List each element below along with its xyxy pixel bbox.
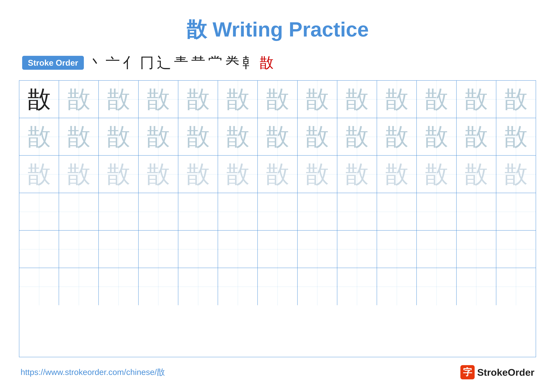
grid-cell-5-3[interactable] bbox=[139, 268, 178, 305]
grid-cell-1-3[interactable]: 㪚 bbox=[139, 118, 178, 155]
grid-cell-3-10[interactable] bbox=[417, 193, 456, 230]
grid-cell-0-9[interactable]: 㪚 bbox=[377, 81, 417, 118]
cell-character: 㪚 bbox=[186, 125, 210, 149]
grid-cell-2-1[interactable]: 㪚 bbox=[59, 156, 99, 193]
grid-cell-0-1[interactable]: 㪚 bbox=[59, 81, 99, 118]
cell-character: 㪚 bbox=[305, 87, 329, 111]
grid-cell-5-9[interactable] bbox=[377, 268, 417, 305]
grid-cell-5-0[interactable] bbox=[19, 268, 59, 305]
grid-cell-2-2[interactable]: 㪚 bbox=[99, 156, 139, 193]
grid-cell-2-8[interactable]: 㪚 bbox=[337, 156, 377, 193]
stroke-order-row: Stroke Order 丶亠亻冂⻌龶龷龸龹龺㪚 bbox=[19, 53, 536, 72]
grid-cell-3-4[interactable] bbox=[178, 193, 218, 230]
grid-cell-1-8[interactable]: 㪚 bbox=[337, 118, 377, 155]
grid-cell-4-9[interactable] bbox=[377, 231, 417, 268]
grid-row-0: 㪚㪚㪚㪚㪚㪚㪚㪚㪚㪚㪚㪚㪚 bbox=[19, 81, 536, 118]
grid-cell-1-7[interactable]: 㪚 bbox=[298, 118, 337, 155]
grid-cell-5-5[interactable] bbox=[218, 268, 258, 305]
grid-cell-3-1[interactable] bbox=[59, 193, 99, 230]
cell-character: 㪚 bbox=[385, 125, 409, 149]
grid-cell-3-3[interactable] bbox=[139, 193, 178, 230]
page: 㪚 Writing Practice Stroke Order 丶亠亻冂⻌龶龷龸… bbox=[0, 0, 555, 392]
cell-character: 㪚 bbox=[27, 87, 51, 111]
grid-cell-5-4[interactable] bbox=[178, 268, 218, 305]
cell-character: 㪚 bbox=[464, 162, 488, 186]
grid-cell-0-2[interactable]: 㪚 bbox=[99, 81, 139, 118]
footer-logo-text: StrokeOrder bbox=[477, 367, 534, 378]
grid-cell-0-8[interactable]: 㪚 bbox=[337, 81, 377, 118]
grid-cell-3-11[interactable] bbox=[457, 193, 496, 230]
grid-cell-2-6[interactable]: 㪚 bbox=[258, 156, 297, 193]
grid-cell-3-0[interactable] bbox=[19, 193, 59, 230]
footer: https://www.strokeorder.com/chinese/㪚 字 … bbox=[19, 365, 536, 379]
grid-cell-2-5[interactable]: 㪚 bbox=[218, 156, 258, 193]
grid-cell-0-0[interactable]: 㪚 bbox=[19, 81, 59, 118]
grid-cell-5-7[interactable] bbox=[298, 268, 337, 305]
grid-cell-4-3[interactable] bbox=[139, 231, 178, 268]
grid-cell-5-12[interactable] bbox=[496, 268, 536, 305]
grid-cell-4-0[interactable] bbox=[19, 231, 59, 268]
grid-cell-0-10[interactable]: 㪚 bbox=[417, 81, 456, 118]
stroke-char-3: 冂 bbox=[140, 53, 154, 72]
cell-character: 㪚 bbox=[67, 162, 91, 186]
cell-character: 㪚 bbox=[345, 125, 369, 149]
grid-cell-5-1[interactable] bbox=[59, 268, 99, 305]
grid-cell-3-8[interactable] bbox=[337, 193, 377, 230]
grid-row-3 bbox=[19, 193, 536, 231]
grid-cell-0-4[interactable]: 㪚 bbox=[178, 81, 218, 118]
grid-cell-4-8[interactable] bbox=[337, 231, 377, 268]
grid-cell-5-11[interactable] bbox=[457, 268, 496, 305]
grid-cell-3-12[interactable] bbox=[496, 193, 536, 230]
grid-cell-2-11[interactable]: 㪚 bbox=[457, 156, 496, 193]
stroke-order-badge: Stroke Order bbox=[22, 56, 84, 70]
grid-cell-3-5[interactable] bbox=[218, 193, 258, 230]
grid-cell-3-6[interactable] bbox=[258, 193, 297, 230]
cell-character: 㪚 bbox=[67, 87, 91, 111]
grid-cell-0-11[interactable]: 㪚 bbox=[457, 81, 496, 118]
grid-cell-2-9[interactable]: 㪚 bbox=[377, 156, 417, 193]
grid-cell-2-0[interactable]: 㪚 bbox=[19, 156, 59, 193]
grid-cell-1-0[interactable]: 㪚 bbox=[19, 118, 59, 155]
footer-url[interactable]: https://www.strokeorder.com/chinese/㪚 bbox=[21, 367, 165, 378]
grid-cell-4-5[interactable] bbox=[218, 231, 258, 268]
grid-cell-4-2[interactable] bbox=[99, 231, 139, 268]
grid-cell-5-2[interactable] bbox=[99, 268, 139, 305]
grid-cell-0-5[interactable]: 㪚 bbox=[218, 81, 258, 118]
grid-cell-0-12[interactable]: 㪚 bbox=[496, 81, 536, 118]
grid-cell-5-6[interactable] bbox=[258, 268, 297, 305]
grid-cell-1-4[interactable]: 㪚 bbox=[178, 118, 218, 155]
cell-character: 㪚 bbox=[27, 162, 51, 186]
grid-cell-3-7[interactable] bbox=[298, 193, 337, 230]
grid-cell-1-10[interactable]: 㪚 bbox=[417, 118, 456, 155]
grid-cell-2-4[interactable]: 㪚 bbox=[178, 156, 218, 193]
grid-cell-2-3[interactable]: 㪚 bbox=[139, 156, 178, 193]
grid-cell-0-3[interactable]: 㪚 bbox=[139, 81, 178, 118]
grid-cell-4-11[interactable] bbox=[457, 231, 496, 268]
stroke-char-6: 龷 bbox=[191, 53, 205, 72]
grid-cell-1-6[interactable]: 㪚 bbox=[258, 118, 297, 155]
grid-cell-5-10[interactable] bbox=[417, 268, 456, 305]
cell-character: 㪚 bbox=[226, 87, 250, 111]
grid-cell-2-10[interactable]: 㪚 bbox=[417, 156, 456, 193]
grid-cell-2-7[interactable]: 㪚 bbox=[298, 156, 337, 193]
grid-cell-2-12[interactable]: 㪚 bbox=[496, 156, 536, 193]
grid-cell-3-2[interactable] bbox=[99, 193, 139, 230]
grid-cell-0-6[interactable]: 㪚 bbox=[258, 81, 297, 118]
grid-cell-1-12[interactable]: 㪚 bbox=[496, 118, 536, 155]
grid-cell-4-10[interactable] bbox=[417, 231, 456, 268]
grid-cell-4-7[interactable] bbox=[298, 231, 337, 268]
grid-cell-4-6[interactable] bbox=[258, 231, 297, 268]
grid-cell-1-9[interactable]: 㪚 bbox=[377, 118, 417, 155]
grid-cell-1-11[interactable]: 㪚 bbox=[457, 118, 496, 155]
grid-cell-4-4[interactable] bbox=[178, 231, 218, 268]
grid-cell-3-9[interactable] bbox=[377, 193, 417, 230]
grid-cell-1-1[interactable]: 㪚 bbox=[59, 118, 99, 155]
cell-character: 㪚 bbox=[27, 125, 51, 149]
grid-cell-4-1[interactable] bbox=[59, 231, 99, 268]
grid-cell-1-5[interactable]: 㪚 bbox=[218, 118, 258, 155]
grid-cell-5-8[interactable] bbox=[337, 268, 377, 305]
cell-character: 㪚 bbox=[146, 125, 170, 149]
grid-cell-1-2[interactable]: 㪚 bbox=[99, 118, 139, 155]
grid-cell-0-7[interactable]: 㪚 bbox=[298, 81, 337, 118]
grid-cell-4-12[interactable] bbox=[496, 231, 536, 268]
